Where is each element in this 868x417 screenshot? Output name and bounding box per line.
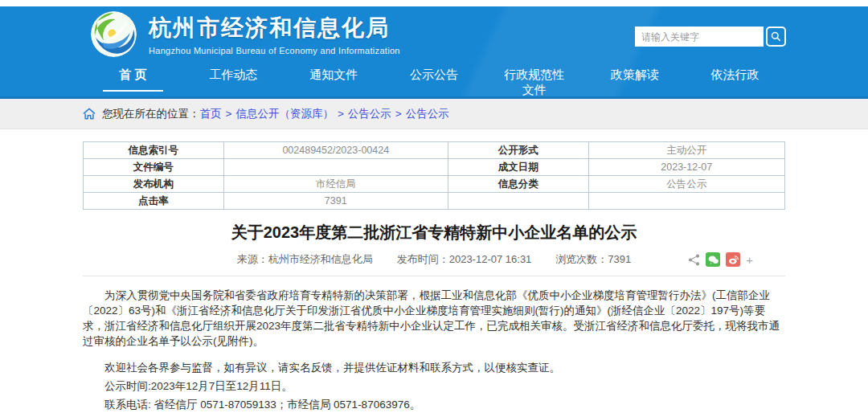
- click-rate-value: 7391: [223, 193, 448, 210]
- more-share-button[interactable]: +: [746, 253, 753, 267]
- breadcrumb-bar: 您现在所在的位置： 首页 > 信息公开（资源库） > 公告公示 > 公告公示: [0, 99, 868, 129]
- share-toolbar: +: [688, 252, 753, 267]
- wechat-share-icon[interactable]: [706, 252, 720, 267]
- top-white-strip: [0, 0, 868, 6]
- doc-number-label: 文件编号: [84, 159, 224, 176]
- article-meta: 来源：杭州市经济和信息化局 发布时间：2023-12-07 16:31 浏览次数…: [83, 252, 785, 276]
- issue-date-value: 2023-12-07: [588, 159, 784, 176]
- nav-item-law-administration[interactable]: 依法行政: [685, 67, 785, 96]
- info-index-label: 信息索引号: [84, 142, 224, 159]
- table-row: 发布机构 市经信局 信息分类 公告公示: [84, 176, 785, 193]
- breadcrumb-separator: >: [226, 108, 232, 120]
- article-views: 浏览次数：7391: [555, 252, 631, 267]
- site-subtitle: Hangzhou Municipal Bureau of Economy and…: [149, 46, 400, 55]
- search-input[interactable]: [635, 27, 764, 47]
- article-body: 为深入贯彻党中央国务院和省委省政府培育专精特新的决策部署，根据工业和信息化部《优…: [83, 288, 785, 412]
- site-search: [635, 27, 786, 47]
- breadcrumb-link-home[interactable]: 首页: [200, 107, 222, 121]
- issue-date-label: 成文日期: [448, 159, 588, 176]
- paragraph: 公示时间:2023年12月7日至12月11日。: [83, 378, 785, 394]
- search-button[interactable]: [766, 27, 786, 47]
- search-icon: [771, 31, 781, 42]
- bureau-logo-icon: [91, 11, 137, 57]
- nav-item-regulatory-docs[interactable]: 行政规范性文件: [484, 67, 584, 96]
- page-title: 关于2023年度第二批浙江省专精特新中小企业名单的公示: [83, 222, 785, 243]
- info-category-label: 信息分类: [448, 176, 588, 193]
- click-rate-label: 点击率: [84, 193, 224, 210]
- table-row: 信息索引号 002489452/2023-00424 公开形式 主动公开: [84, 142, 785, 159]
- weibo-share-icon[interactable]: [726, 252, 740, 267]
- breadcrumb-prefix: 您现在所在的位置：: [102, 107, 200, 121]
- empty-value: [588, 193, 784, 210]
- main-content: 信息索引号 002489452/2023-00424 公开形式 主动公开 文件编…: [83, 141, 785, 417]
- article-source: 来源：杭州市经济和信息化局: [237, 252, 373, 267]
- table-row: 点击率 7391: [84, 193, 785, 210]
- nav-item-notices[interactable]: 通知文件: [284, 67, 384, 96]
- info-index-value: 002489452/2023-00424: [223, 142, 448, 159]
- open-form-value: 主动公开: [588, 142, 784, 159]
- breadcrumb: 您现在所在的位置： 首页 > 信息公开（资源库） > 公告公示 > 公告公示: [83, 107, 785, 121]
- info-category-value: 公告公示: [588, 176, 784, 193]
- breadcrumb-separator: >: [395, 108, 402, 120]
- nav-item-policy-interpretation[interactable]: 政策解读: [584, 67, 685, 96]
- nav-item-work-news[interactable]: 工作动态: [183, 67, 284, 96]
- nav-item-home[interactable]: 首 页: [83, 67, 183, 96]
- site-brand[interactable]: 杭州市经济和信息化局 Hangzhou Municipal Bureau of …: [91, 11, 400, 57]
- breadcrumb-link-announcements-current[interactable]: 公告公示: [406, 107, 449, 121]
- home-icon[interactable]: [83, 108, 96, 120]
- paragraph: 欢迎社会各界参与监督，如有异议，请实名反馈，并提供佐证材料和联系方式，以便核实查…: [83, 360, 785, 375]
- article-publish-time: 发布时间：2023-12-07 16:31: [397, 252, 532, 267]
- paragraph: 联系电话: 省经信厅 0571-87059133；市经信局 0571-87063…: [83, 397, 785, 412]
- table-row: 文件编号 成文日期 2023-12-07: [84, 159, 785, 176]
- doc-number-value: [223, 159, 448, 176]
- site-title: 杭州市经济和信息化局: [149, 13, 400, 43]
- breadcrumb-separator: >: [338, 108, 344, 120]
- nav-item-announcements[interactable]: 公示公告: [384, 67, 485, 96]
- document-info-table: 信息索引号 002489452/2023-00424 公开形式 主动公开 文件编…: [83, 141, 785, 210]
- empty-label: [448, 193, 588, 210]
- share-icon[interactable]: [688, 254, 700, 266]
- breadcrumb-link-info-disclosure[interactable]: 信息公开（资源库）: [235, 107, 334, 121]
- breadcrumb-link-announcements[interactable]: 公告公示: [348, 107, 391, 121]
- publisher-label: 发布机构: [84, 176, 224, 193]
- site-header: 杭州市经济和信息化局 Hangzhou Municipal Bureau of …: [0, 6, 868, 99]
- publisher-value: 市经信局: [223, 176, 448, 193]
- main-nav: 首 页 工作动态 通知文件 公示公告 行政规范性文件 政策解读 依法行政: [83, 67, 785, 96]
- open-form-label: 公开形式: [448, 142, 588, 159]
- paragraph: 为深入贯彻党中央国务院和省委省政府培育专精特新的决策部署，根据工业和信息化部《优…: [83, 288, 785, 349]
